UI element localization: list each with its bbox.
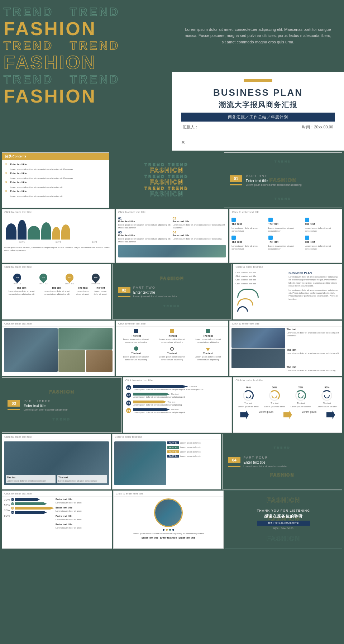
location-pins-slide[interactable]: Click to enter text title P01 PART 01 P0… [2, 264, 111, 319]
photo-large [4, 328, 58, 372]
chart-description: Lorem ipsum dolor sit amet, consectetuer… [2, 245, 114, 253]
photo-bottom-right [58, 350, 112, 372]
numbered-items-slide[interactable]: Click to enter text title 01 Enter text … [116, 209, 229, 263]
fashion-text-3: FASHION [4, 86, 172, 106]
city-img-1 [231, 328, 285, 348]
arrow-4 [133, 408, 170, 411]
photo-parts-slide[interactable]: Click to enter text title PART 01 Lorem … [112, 434, 221, 489]
subtitle-final: 商务汇报/工作总结/年度计划 [257, 521, 310, 526]
twitter-icon-4 [231, 236, 236, 240]
row-6: Click to enter text title The text Lorem… [2, 434, 342, 489]
icons-grid: The text Lorem ipsum dolor sit amet cons… [116, 327, 228, 363]
circ-progress-slide[interactable]: Click to enter text title 40% The text L… [233, 377, 342, 433]
trend-text-3: TREND TREND [4, 73, 172, 86]
part-three-label: PART THREE [24, 399, 68, 403]
fashion-text-1: FASHION [4, 19, 172, 39]
progress-arrows-slide[interactable]: Click to enter text title 10% 50% 70% 50… [2, 491, 112, 549]
part-two-number: 02 [118, 287, 130, 293]
row-4: Click to enter text title Click to enter… [2, 321, 342, 376]
num-1: 01 [126, 385, 131, 390]
icons-text-slide[interactable]: Click to enter text title The text Lorem… [116, 321, 229, 376]
numbered-list-slide[interactable]: Click to enter text title 01 The text Lo… [123, 377, 232, 433]
photo-grid-slide[interactable]: Click to enter text title [2, 321, 115, 376]
icon-2 [170, 329, 174, 333]
biz-diagram-slide[interactable]: Click to enter text title Click to enter… [233, 264, 342, 319]
pin-1: P01 [11, 272, 23, 283]
city-img-2 [231, 349, 285, 368]
icon-6 [206, 348, 210, 351]
city-text-slide[interactable]: Click to enter text title The text Lorem… [229, 321, 342, 376]
slide-title-2b: Click to enter text title [116, 209, 228, 215]
click-overlay[interactable] [2, 491, 112, 548]
photo-top-right [58, 328, 112, 350]
circ-progress-row: 40% The text Lorem ipsum sit amet 50% Th… [233, 383, 342, 409]
part-three-number: 03 [8, 400, 20, 407]
icon-4 [134, 346, 138, 351]
chinese-title: 潮流大字报风商务汇报 [181, 100, 335, 110]
item-04: 04 Enter text title Lorem ipsum dolor si… [173, 231, 226, 243]
reporter-label: 汇报人： [183, 124, 199, 130]
trend-text-2: TREND TREND [4, 39, 172, 52]
thank-you-slide: FASHION FASHION FASHION THANK YOU FOR LI… [225, 491, 342, 549]
time-label: 时间：20xx.00.00 [302, 124, 333, 130]
slide-title-3c: Click to enter text title [233, 264, 342, 270]
part-two-slide[interactable]: 02 PART TWO Enter text title Lorem ipsum… [112, 264, 232, 319]
hero-lorem-area: Lorem ipsum dolor sit amet, consectetuer… [172, 0, 344, 72]
row-2: Click to enter text title 标注1 标注2 标注3 Lo… [2, 209, 342, 263]
city-photo-6b [114, 441, 166, 485]
part-four-slide[interactable]: 04 PART FOUR Enter text title Lorem ipsu… [222, 434, 342, 489]
orange-accent-bar [244, 79, 272, 82]
item-01: 01 Enter text title Lorem ipsum dolor si… [118, 217, 172, 229]
row-3: Click to enter text title P01 PART 01 P0… [2, 264, 342, 319]
svg-point-2 [298, 393, 303, 398]
twitter-icon-6 [305, 236, 309, 240]
num-2: 02 [126, 393, 131, 398]
toc-header: 目录/Contents [2, 153, 109, 160]
reporter-row: 汇报人： 时间：20xx.00.00 [181, 124, 335, 130]
row-7: Click to enter text title 10% 50% 70% 50… [2, 491, 342, 549]
numbered-list: 01 The text Lorem ipsum dolor sit amet c… [123, 383, 232, 416]
row-5: 03 PART THREE Enter text title Lorem ips… [2, 377, 342, 433]
city-overlay-slide[interactable]: Click to enter text title The text Lorem… [2, 434, 111, 489]
hero-right: Lorem ipsum dolor sit amet, consectetuer… [172, 0, 344, 151]
part-one-label: PART ONE [246, 174, 302, 178]
pin-labels: The text Lorem ipsum dolor sit amet cons… [2, 287, 111, 298]
photo-grid [2, 327, 114, 373]
item-02: 02 Enter text title Lorem ipsum dolor si… [173, 217, 226, 229]
slide-title-4c: Click to enter text title [230, 321, 342, 327]
part-one-slide[interactable]: 01 PART ONE Enter text title Lorem ipsum… [224, 152, 342, 208]
toc-items: ①Enter text titleLorem ipsum dolor sit a… [2, 160, 109, 200]
chain-3 [326, 411, 335, 419]
part-one-subtitle: Lorem ipsum dolor sit amet consectetur a… [246, 184, 302, 186]
icon-3 [206, 329, 210, 333]
row-1: 目录/Contents ①Enter text titleLorem ipsum… [2, 152, 342, 208]
biz-diagram-content: Click to enter text title Click to enter… [233, 270, 342, 315]
trend-text-1: TREND TREND [4, 5, 172, 19]
city-circle [154, 498, 183, 527]
arrow-3 [133, 401, 167, 403]
part-three-slide[interactable]: 03 PART THREE Enter text title Lorem ips… [2, 377, 122, 433]
photo-parts-content: PART 01 Lorem ipsum dolor sit PART 02 Lo… [113, 440, 221, 487]
circ-50 [269, 390, 280, 401]
slide-title-5c: Click to enter text title [233, 378, 342, 383]
icon-grid-slide[interactable]: Click to enter text title The Text Lorem… [229, 209, 342, 263]
slide-title-6a: Click to enter text title [2, 434, 111, 440]
city-overlay-content: The text Lorem ipsum dolor sit amet cons… [2, 440, 111, 487]
toc-slide[interactable]: 目录/Contents ①Enter text titleLorem ipsum… [2, 152, 109, 208]
chain-1 [240, 411, 249, 419]
mountain-chart [2, 218, 114, 240]
num-3: 03 [126, 401, 131, 406]
hero-left: TREND TREND FASHION TREND TREND FASHION … [0, 0, 172, 151]
time-final: 时间：20xx.00.00 [257, 527, 310, 530]
city-circle-content: Lorem ipsum dolor sit amet consectetuer … [114, 497, 223, 541]
city-circle-slide[interactable]: Click to enter text title Lorem ipsum do… [113, 491, 224, 549]
num-4: 04 [126, 408, 131, 413]
part-four-number: 04 [228, 457, 240, 463]
icon-5 [170, 347, 174, 351]
twitter-icon-1 [231, 218, 236, 222]
slide-title-3a: Click to enter text title [2, 264, 111, 270]
x-decoration: ✕ —————— [181, 139, 217, 145]
hero-section: TREND TREND FASHION TREND TREND FASHION … [0, 0, 344, 151]
mountain-chart-slide[interactable]: Click to enter text title 标注1 标注2 标注3 Lo… [2, 209, 115, 263]
arrow-2 [133, 393, 170, 396]
